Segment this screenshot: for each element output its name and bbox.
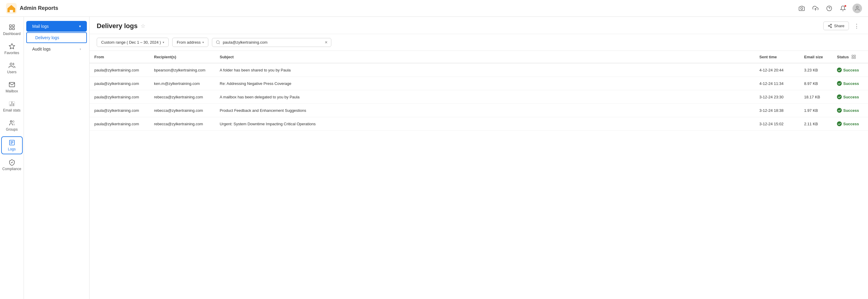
favorites-icon [9,43,15,50]
camera-icon-btn[interactable] [798,4,806,12]
more-options-button[interactable]: ⋮ [852,22,861,30]
svg-point-22 [831,24,832,25]
cell-status: Success [832,63,868,77]
date-range-filter[interactable]: Custom range ( Dec 1 – 30, 2024 ) ▾ [97,38,168,47]
sidebar-item-dashboard[interactable]: Dashboard [1,22,23,38]
audit-logs-chevron: › [80,47,81,51]
search-clear-button[interactable]: × [325,40,328,45]
cell-from: paula@zylkertraining.com [90,104,149,117]
audit-logs-label: Audit logs [32,47,51,51]
cell-subject: A folder has been shared to you by Paula [215,63,754,77]
status-badge: Success [837,94,863,99]
compliance-label: Compliance [2,167,21,171]
table-row[interactable]: paula@zylkertraining.comrebecca@zylkertr… [90,90,868,104]
svg-rect-32 [854,57,856,59]
sidebar-item-compliance[interactable]: Compliance [1,157,23,173]
cell-from: paula@zylkertraining.com [90,90,149,104]
avatar-icon [854,5,860,11]
sidebar-item-users[interactable]: Users [1,60,23,77]
notification-dot [844,5,846,7]
cell-sent-time: 4-12-24 11:34 [754,77,799,90]
col-header-subject: Subject [215,51,754,63]
cell-subject: Urgent: System Downtime Impacting Critic… [215,117,754,131]
mailbox-icon [9,81,15,88]
svg-line-25 [830,26,831,27]
sidebar-item-mailbox[interactable]: Mailbox [1,79,23,96]
svg-point-4 [827,6,832,11]
favorite-star-icon[interactable]: ☆ [141,23,145,29]
cell-from: paula@zylkertraining.com [90,63,149,77]
share-label: Share [834,24,844,28]
svg-rect-30 [854,55,856,56]
table-container: From Recipient(s) Subject Sent time Emai [90,51,868,299]
dashboard-icon [9,24,15,30]
share-button[interactable]: Share [823,22,849,30]
col-header-status: Status [832,51,868,63]
search-input[interactable] [223,40,322,45]
users-label: Users [7,70,17,74]
groups-icon [9,119,15,126]
status-badge: Success [837,81,863,86]
table-row[interactable]: paula@zylkertraining.comrebecca@zylkertr… [90,104,868,117]
date-range-label: Custom range ( Dec 1 – 30, 2024 ) [101,40,161,45]
svg-rect-29 [852,55,854,56]
svg-point-24 [831,27,832,28]
cell-email-size: 1.97 KB [799,104,832,117]
cell-status: Success [832,77,868,90]
from-address-filter[interactable]: From address ▾ [172,38,208,47]
avatar[interactable] [852,4,862,13]
svg-point-12 [10,63,12,65]
from-address-label: From address [177,40,200,45]
cell-recipients: rebecca@zylkertraining.com [149,117,215,131]
secondary-sidebar-item-delivery-logs[interactable]: Delivery logs [26,32,87,43]
cell-email-size: 2.11 KB [799,117,832,131]
sidebar-item-favorites[interactable]: Favorites [1,40,23,57]
table-row[interactable]: paula@zylkertraining.comken.m@zylkertrai… [90,77,868,90]
upload-icon-btn[interactable] [811,4,819,12]
home-logo-icon [6,3,17,14]
app-title: Admin Reports [20,5,58,11]
table-settings-icon[interactable] [851,54,856,59]
secondary-sidebar-item-mail-logs[interactable]: Mail logs ▾ [26,21,87,32]
cell-from: paula@zylkertraining.com [90,117,149,131]
dashboard-label: Dashboard [3,32,21,36]
date-range-caret: ▾ [163,40,164,44]
app-header: Admin Reports [0,0,868,17]
cell-recipients: rebecca@zylkertraining.com [149,104,215,117]
help-icon-btn[interactable] [825,4,833,12]
table-row[interactable]: paula@zylkertraining.comrebecca@zylkertr… [90,117,868,131]
email-stats-label: Email stats [3,108,21,112]
notification-icon-btn[interactable] [839,4,847,12]
svg-line-28 [219,43,220,44]
share-icon [828,24,832,28]
camera-icon [799,5,805,11]
app-logo: Admin Reports [6,3,58,14]
sidebar-item-logs[interactable]: Logs [1,136,23,154]
table-row[interactable]: paula@zylkertraining.combpearson@zylkert… [90,63,868,77]
delivery-logs-table: From Recipient(s) Subject Sent time Emai [90,51,868,131]
secondary-sidebar-item-audit-logs[interactable]: Audit logs › [26,44,87,54]
content-header: Delivery logs ☆ Share ⋮ [90,17,868,34]
sidebar-item-email-stats[interactable]: Email stats [1,98,23,115]
search-box: × [212,38,331,47]
svg-line-26 [830,25,831,25]
table-body: paula@zylkertraining.combpearson@zylkert… [90,63,868,131]
cell-status: Success [832,104,868,117]
svg-point-23 [828,25,830,27]
cell-status: Success [832,90,868,104]
status-badge: Success [837,121,863,126]
logs-icon [9,139,15,146]
secondary-sidebar: Mail logs ▾ Delivery logs Audit logs › [24,17,90,299]
status-badge: Success [837,108,863,113]
svg-point-2 [801,7,803,9]
svg-rect-9 [9,28,11,30]
groups-label: Groups [6,127,18,132]
svg-point-27 [216,40,219,44]
header-actions: Share ⋮ [823,22,861,30]
cell-subject: Product Feedback and Enhancement Suggest… [215,104,754,117]
sidebar-item-groups[interactable]: Groups [1,117,23,134]
svg-point-6 [856,6,859,8]
logs-label: Logs [8,147,16,151]
col-header-email-size: Email size [799,51,832,63]
page-title: Delivery logs [97,22,137,30]
